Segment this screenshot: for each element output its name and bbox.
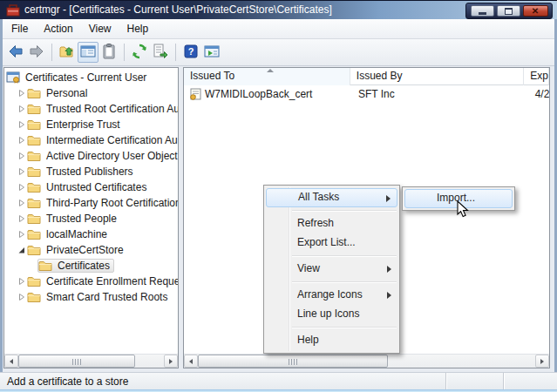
scrollbar-thumb[interactable]	[18, 355, 135, 368]
menu-help[interactable]: Help	[119, 20, 157, 37]
folder-icon	[27, 87, 41, 99]
show-hide-action-pane-button[interactable]	[201, 42, 222, 63]
tree-item-trusted-root-certification-au[interactable]: Trusted Root Certification Au	[4, 101, 178, 117]
column-header-exp[interactable]: Exp	[524, 68, 549, 85]
tree-item-personal[interactable]: Personal	[4, 85, 178, 101]
collapsed-expander-icon[interactable]	[17, 119, 27, 130]
menu-file[interactable]: File	[3, 20, 36, 37]
column-header-issued-to[interactable]: Issued To	[184, 68, 350, 85]
show-hide-console-tree-button[interactable]	[78, 42, 98, 63]
status-pane	[445, 373, 503, 389]
folder-icon	[38, 260, 52, 272]
tree-item-trusted-people[interactable]: Trusted People	[4, 211, 178, 226]
menu-item-help[interactable]: Help	[264, 331, 399, 350]
column-header-label: Issued By	[357, 70, 403, 82]
tree-item-privatecertstore[interactable]: PrivateCertStore	[4, 242, 178, 258]
collapsed-expander-icon[interactable]	[17, 292, 27, 302]
console-tree: Certificates - Current UserPersonalTrust…	[4, 70, 178, 305]
menu-item-line-up-icons[interactable]: Line up Icons	[264, 305, 399, 324]
collapsed-expander-icon[interactable]	[17, 198, 27, 208]
minimize-button[interactable]	[471, 5, 494, 17]
tree-item-active-directory-user-object[interactable]: Active Directory User Object	[4, 148, 178, 164]
triangle-left-icon	[189, 359, 193, 364]
forward-button[interactable]	[26, 42, 47, 63]
scroll-right-button[interactable]	[164, 355, 178, 368]
menu-item-all-tasks[interactable]: All Tasks	[266, 188, 397, 207]
scroll-right-button[interactable]	[535, 355, 549, 368]
collapsed-expander-icon[interactable]	[17, 135, 27, 145]
scroll-left-button[interactable]	[184, 355, 198, 368]
tree-horizontal-scrollbar[interactable]	[4, 354, 178, 368]
folder-icon	[27, 166, 41, 178]
tree-item-untrusted-certificates[interactable]: Untrusted Certificates	[4, 179, 178, 195]
show-hide-action-pane-icon	[203, 43, 221, 63]
maximize-button[interactable]	[497, 5, 520, 17]
toolbar: ?	[0, 39, 557, 66]
collapsed-expander-icon[interactable]	[17, 276, 27, 287]
selected-tree-item: Certificates	[37, 259, 114, 273]
up-one-level-button[interactable]	[57, 42, 78, 63]
menu-item-export-list-[interactable]: Export List...	[264, 233, 399, 253]
tree-item-enterprise-trust[interactable]: Enterprise Trust	[4, 117, 178, 132]
export-list-button[interactable]	[150, 42, 171, 63]
folder-icon	[27, 150, 41, 162]
tree-item-localmachine[interactable]: localMachine	[4, 226, 178, 242]
tree-item-trusted-publishers[interactable]: Trusted Publishers	[4, 164, 178, 179]
folder-icon	[27, 197, 41, 209]
tree-item-third-party-root-certification[interactable]: Third-Party Root Certification	[4, 195, 178, 211]
refresh-button[interactable]	[129, 42, 150, 63]
export-list-icon	[152, 43, 169, 63]
menu-item-refresh[interactable]: Refresh	[264, 214, 399, 233]
tree-item-certificates[interactable]: Certificates	[4, 258, 178, 274]
tree-item-label: Smart Card Trusted Roots	[44, 291, 169, 303]
column-header-label: Exp	[530, 70, 548, 82]
list-horizontal-scrollbar[interactable]	[184, 354, 549, 368]
submenu-arrow-icon	[387, 266, 391, 273]
scroll-left-button[interactable]	[4, 355, 18, 368]
collapsed-expander-icon[interactable]	[17, 229, 27, 240]
collapsed-expander-icon[interactable]	[17, 213, 27, 224]
status-text: Add a certificate to a store	[0, 375, 445, 388]
expanded-expander-icon[interactable]	[17, 245, 27, 255]
menu-item-view[interactable]: View	[264, 260, 399, 279]
tree-item-label: PrivateCertStore	[44, 244, 126, 256]
cell-issued-to: W7MIDILoopBack_cert	[184, 88, 353, 100]
collapsed-expander-icon[interactable]	[17, 182, 27, 193]
tree-item-label: Certificate Enrollment Reques	[44, 275, 178, 287]
close-icon: ✕	[532, 7, 539, 16]
tree-item-certificate-enrollment-reques[interactable]: Certificate Enrollment Reques	[4, 274, 178, 289]
menu-item-label: All Tasks	[298, 191, 339, 203]
back-button[interactable]	[5, 42, 26, 63]
folder-icon	[27, 275, 41, 287]
menu-item-arrange-icons[interactable]: Arrange Icons	[264, 286, 399, 305]
tree-item-label: Active Directory User Object	[44, 150, 178, 162]
scrollbar-thumb[interactable]	[198, 355, 388, 368]
certificate-icon	[189, 88, 202, 100]
tree-item-label: Certificates	[56, 260, 112, 272]
context-menu: All TasksRefreshExport List...ViewArrang…	[263, 185, 400, 354]
folder-icon	[27, 118, 41, 131]
collapsed-expander-icon[interactable]	[17, 104, 27, 114]
toolbar-separator	[51, 44, 52, 61]
help-button[interactable]: ?	[180, 42, 201, 63]
menu-action[interactable]: Action	[36, 20, 80, 37]
column-header-issued-by[interactable]: Issued By	[350, 68, 524, 85]
certificate-row[interactable]: W7MIDILoopBack_certSFT Inc4/2	[184, 86, 549, 102]
tree-item-label: Trusted People	[44, 213, 119, 225]
menu-separator	[292, 255, 397, 256]
folder-icon	[27, 134, 41, 146]
tree-item-certificates-current-user[interactable]: Certificates - Current User	[4, 70, 178, 85]
menu-view[interactable]: View	[81, 20, 119, 37]
collapsed-expander-icon[interactable]	[17, 166, 27, 177]
svg-text:?: ?	[188, 46, 194, 57]
menu-item-label: Export List...	[297, 236, 356, 248]
tree-item-intermediate-certification-au[interactable]: Intermediate Certification Au	[4, 132, 178, 148]
collapsed-expander-icon[interactable]	[17, 88, 27, 98]
collapsed-expander-icon[interactable]	[17, 151, 27, 161]
tree-item-smart-card-trusted-roots[interactable]: Smart Card Trusted Roots	[4, 289, 178, 305]
tree-item-label: Trusted Publishers	[44, 166, 135, 178]
clipboard-button[interactable]	[98, 42, 119, 63]
status-pane	[503, 373, 557, 389]
close-button[interactable]: ✕	[523, 5, 548, 17]
menu-separator	[292, 327, 397, 328]
